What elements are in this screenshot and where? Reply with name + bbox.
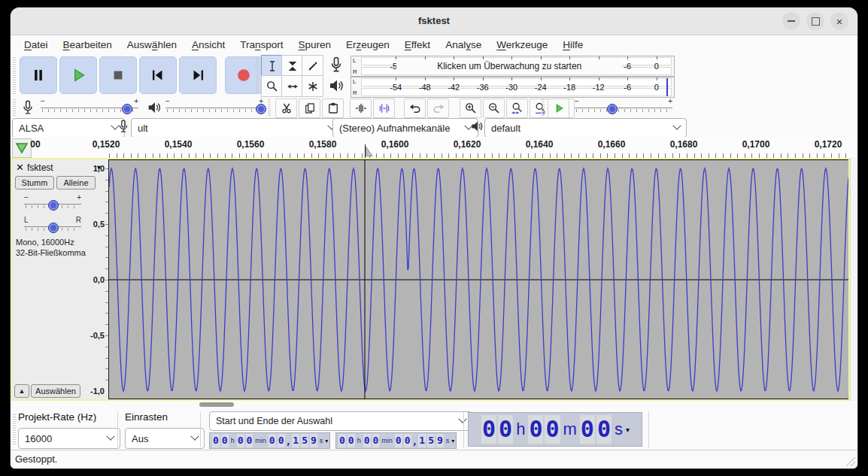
time-format-dropdown-icon[interactable]: ▾: [626, 426, 630, 434]
stop-button[interactable]: [99, 56, 137, 94]
timeshift-tool[interactable]: [281, 75, 303, 97]
menu-item-effekt[interactable]: Effekt: [397, 37, 438, 53]
audio-position-display[interactable]: 00h00m00s▾: [468, 412, 642, 447]
time-digit[interactable]: 0: [221, 434, 229, 447]
track-gain-slider[interactable]: −+: [24, 194, 81, 211]
time-digit[interactable]: 0: [269, 434, 276, 447]
time-digit[interactable]: 0: [363, 434, 371, 447]
selection-tool[interactable]: [261, 55, 283, 77]
mute-button[interactable]: Stumm: [15, 176, 54, 189]
copy-button[interactable]: [299, 99, 320, 118]
vertical-scale-ruler[interactable]: 1,00,50,0-0,5-1,0: [86, 159, 108, 399]
time-digit[interactable]: 9: [436, 434, 444, 447]
time-digit[interactable]: 0: [278, 434, 285, 447]
zoom-tool[interactable]: [261, 75, 283, 97]
track-collapse-button[interactable]: ▲: [14, 384, 29, 398]
record-meter-mic-icon[interactable]: [327, 56, 345, 74]
minimize-button[interactable]: [782, 12, 800, 30]
track-pan-thumb[interactable]: [48, 223, 59, 233]
track-close-icon[interactable]: ✕: [16, 162, 24, 173]
time-digit[interactable]: ,: [412, 435, 418, 447]
selection-end-time[interactable]: 00h00min00,159s▾: [335, 432, 457, 449]
resize-grip[interactable]: [845, 456, 855, 466]
time-digit[interactable]: 0: [348, 434, 355, 447]
close-button[interactable]: ×: [830, 12, 848, 30]
time-digit[interactable]: 1: [418, 434, 426, 447]
time-digit[interactable]: 0: [404, 434, 411, 447]
draw-tool[interactable]: [302, 55, 323, 77]
play-at-speed-button[interactable]: [548, 99, 569, 118]
time-digit[interactable]: 0: [237, 434, 244, 447]
timeline-cursor-handle[interactable]: [366, 147, 373, 156]
time-digit[interactable]: 0: [212, 434, 220, 447]
time-digit[interactable]: 0: [372, 434, 380, 447]
transport-toolbar-grip[interactable]: [13, 57, 16, 95]
play-button[interactable]: [59, 56, 97, 94]
snap-combo[interactable]: Aus: [125, 428, 205, 449]
play-speed-slider[interactable]: −+: [575, 98, 672, 114]
silence-audio-button[interactable]: [373, 99, 395, 118]
track-gain-thumb[interactable]: [48, 200, 59, 211]
zoom-out-button[interactable]: [483, 99, 505, 118]
time-digit[interactable]: 0: [528, 415, 543, 444]
waveform-svg[interactable]: [109, 159, 848, 399]
play-meter-speaker-icon[interactable]: [327, 77, 345, 95]
recording-volume-thumb[interactable]: [122, 104, 132, 114]
timeline-ruler[interactable]: 000,15200,15400,15600,15800,16000,16200,…: [11, 137, 857, 159]
time-digit[interactable]: 5: [427, 434, 435, 447]
track-pan-slider[interactable]: LR: [24, 217, 81, 233]
pinned-play-head-button[interactable]: [12, 138, 32, 158]
zoom-selection-button[interactable]: [506, 99, 528, 118]
edit-toolbar-grip[interactable]: [268, 99, 271, 116]
skip-to-start-button[interactable]: [139, 56, 177, 94]
time-digit[interactable]: 0: [545, 415, 560, 444]
time-digit[interactable]: 9: [310, 434, 317, 447]
track-select-button[interactable]: Auswählen: [31, 384, 80, 398]
paste-button[interactable]: [322, 99, 344, 118]
time-digit[interactable]: 0: [395, 434, 402, 447]
playback-meter[interactable]: L R -54-48-42-36-30-24-18-12-60: [351, 77, 675, 98]
horizontal-scrollbar-thumb[interactable]: [199, 402, 234, 407]
cut-button[interactable]: [275, 99, 297, 118]
menu-item-werkzeuge[interactable]: Werkzeuge: [489, 37, 555, 53]
time-digit[interactable]: 0: [481, 415, 496, 444]
time-digit[interactable]: 0: [596, 415, 612, 444]
time-digit[interactable]: 0: [246, 434, 253, 447]
time-digit[interactable]: 1: [292, 434, 299, 447]
selection-mode-combo[interactable]: Start und Ende der Auswahl: [209, 411, 472, 431]
tools-toolbar-grip[interactable]: [256, 57, 259, 95]
time-digit[interactable]: 0: [580, 415, 595, 444]
playback-device-combo[interactable]: default: [484, 118, 687, 138]
mixer-toolbar-grip[interactable]: [13, 99, 16, 116]
waveform-view[interactable]: [109, 159, 848, 399]
time-digit[interactable]: 0: [338, 434, 346, 447]
menu-item-analyse[interactable]: Analyse: [438, 37, 489, 53]
selection-toolbar-grip[interactable]: [13, 414, 16, 444]
recording-device-combo[interactable]: ult: [131, 118, 341, 138]
redo-button[interactable]: [427, 99, 449, 118]
time-digit[interactable]: 5: [301, 434, 308, 447]
pause-button[interactable]: [20, 56, 57, 94]
menu-item-auswählen[interactable]: Auswählen: [120, 37, 184, 53]
vertical-scrollbar[interactable]: [850, 158, 857, 401]
record-meter-overlay-text[interactable]: Klicken um Überwachung zu starten: [396, 59, 622, 73]
time-digit[interactable]: ,: [286, 435, 292, 447]
recording-channels-combo[interactable]: (Stereo) Aufnahmekanäle: [332, 118, 478, 138]
time-digit[interactable]: 0: [498, 415, 513, 444]
maximize-button[interactable]: [806, 12, 824, 30]
menu-item-hilfe[interactable]: Hilfe: [555, 37, 590, 53]
trim-audio-button[interactable]: [350, 99, 372, 118]
multi-tool[interactable]: [302, 75, 323, 97]
menu-item-spuren[interactable]: Spuren: [290, 37, 338, 53]
time-format-dropdown-icon[interactable]: ▾: [325, 438, 328, 444]
recording-volume-slider[interactable]: −+: [41, 98, 138, 114]
playback-volume-thumb[interactable]: [256, 104, 266, 114]
title-bar[interactable]: fsktest ×: [11, 8, 857, 35]
play-at-speed-grip[interactable]: [542, 99, 545, 116]
menu-item-transport[interactable]: Transport: [232, 37, 290, 53]
playback-volume-slider[interactable]: −+: [165, 98, 263, 114]
project-rate-combo[interactable]: 16000: [18, 428, 120, 449]
time-format-dropdown-icon[interactable]: ▾: [451, 438, 454, 444]
envelope-tool[interactable]: [281, 55, 303, 77]
menu-item-datei[interactable]: Datei: [17, 37, 56, 53]
